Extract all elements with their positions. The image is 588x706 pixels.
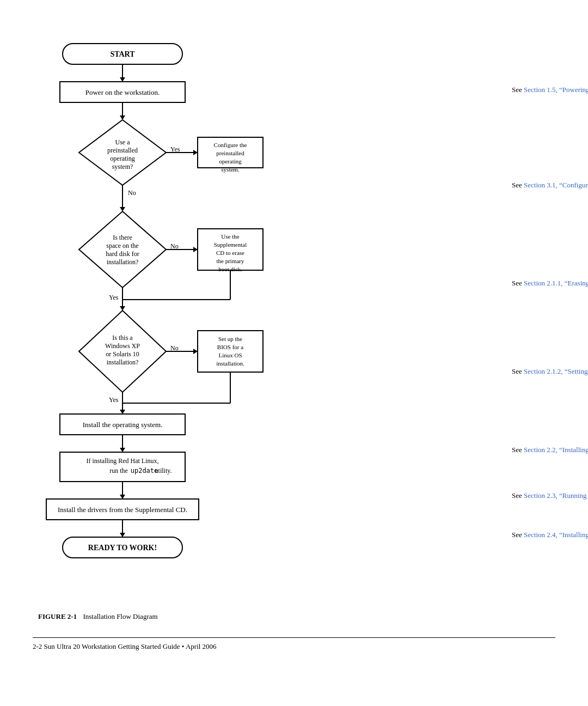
svg-text:BIOS for a: BIOS for a [217,344,243,350]
svg-text:Use the: Use the [221,233,239,240]
note-7: See Section 2.4, “Installing Drivers and… [512,530,588,540]
svg-text:Power on the workstation.: Power on the workstation. [85,88,160,96]
note7-prefix: See [512,531,524,539]
svg-text:run the: run the [109,467,128,474]
svg-text:operating: operating [219,158,242,165]
note6-link[interactable]: Section 2.3, “Running the up2date Utilit… [524,491,588,500]
svg-text:Windows XP: Windows XP [105,342,140,350]
page: START Power on the workstation. Use a pr… [0,0,588,673]
flowchart-svg: START Power on the workstation. Use a pr… [33,33,267,605]
svg-text:hard disk for: hard disk for [106,250,139,258]
svg-text:START: START [110,50,135,58]
note4-prefix: See [512,367,524,375]
svg-marker-31 [193,247,198,252]
svg-text:Yes: Yes [109,396,119,404]
note1-prefix: See [512,86,524,94]
svg-text:Linux OS: Linux OS [218,352,242,358]
svg-text:preinstalled: preinstalled [107,147,138,154]
svg-text:Supplemental: Supplemental [214,241,247,248]
note4-link[interactable]: Section 2.1.2, “Setting up the BIOS for … [524,367,588,375]
svg-text:Install the operating system.: Install the operating system. [83,421,163,429]
note5-prefix: See [512,446,524,454]
note2-link[interactable]: Section 3.1, “Configuring Solaris 10 Ope… [524,181,588,189]
note6-prefix: See [512,491,524,500]
note3-link[interactable]: Section 2.1.1, “Erasing the Primary Boot… [524,279,588,287]
note5-link[interactable]: Section 2.2, “Installing the Operating S… [524,446,588,454]
footer-text: 2-2 Sun Ultra 20 Workstation Getting Sta… [33,642,217,650]
svg-text:READY TO WORK!: READY TO WORK! [88,544,157,552]
svg-text:installation?: installation? [107,358,139,366]
footer: 2-2 Sun Ultra 20 Workstation Getting Sta… [33,637,555,651]
note2-prefix: See [512,181,524,189]
svg-text:space on the: space on the [106,242,138,249]
svg-text:CD to erase: CD to erase [216,249,244,256]
svg-text:No: No [170,344,179,352]
figure-caption: FIGURE 2-1 Installation Flow Diagram [38,612,555,621]
svg-text:If installing Red Hat Linux,: If installing Red Hat Linux, [87,457,159,465]
svg-marker-15 [193,150,198,155]
note-2: See Section 3.1, “Configuring Solaris 10… [512,180,588,191]
svg-marker-73 [120,495,125,499]
svg-text:preinstalled: preinstalled [216,150,244,156]
svg-text:Install the drivers from the S: Install the drivers from the Supplementa… [58,506,187,514]
svg-marker-66 [120,448,125,452]
svg-text:system?: system? [112,163,133,171]
note-4: See Section 2.1.2, “Setting up the BIOS … [512,366,588,377]
svg-marker-51 [193,349,198,354]
notes-column: See Section 1.5, “Powering On the Workst… [267,33,555,607]
svg-marker-60 [120,410,125,414]
svg-text:installation.: installation. [216,360,244,367]
svg-text:system.: system. [221,166,240,173]
note7-link[interactable]: Section 2.4, “Installing Drivers and Mou… [524,531,588,539]
note1-link[interactable]: Section 1.5, “Powering On the Workstatio… [524,86,588,94]
svg-text:the primary: the primary [216,258,244,264]
note-1: See Section 1.5, “Powering On the Workst… [512,84,588,95]
svg-marker-3 [120,77,125,82]
svg-text:or Solaris 10: or Solaris 10 [106,350,139,358]
svg-marker-24 [79,211,166,288]
svg-text:installation?: installation? [107,258,139,266]
diagram-column: START Power on the workstation. Use a pr… [33,33,267,607]
svg-text:up2date: up2date [131,467,158,474]
svg-text:No: No [128,189,136,197]
note-5: See Section 2.2, “Installing the Operati… [512,445,588,455]
figure-caption-text: Installation Flow Diagram [83,612,157,620]
svg-text:Is there: Is there [113,234,132,241]
svg-text:Use a: Use a [115,138,131,146]
svg-text:Yes: Yes [109,294,119,301]
main-layout: START Power on the workstation. Use a pr… [33,33,555,607]
svg-text:Configure the: Configure the [214,142,247,148]
svg-text:Set up the: Set up the [218,336,242,342]
svg-text:utility.: utility. [155,467,172,474]
svg-marker-77 [120,533,125,537]
svg-text:operating: operating [110,155,134,162]
svg-text:Yes: Yes [170,145,180,153]
note3-prefix: See [512,279,524,287]
svg-text:Is this a: Is this a [112,334,133,342]
note-6: See Section 2.3, “Running the up2date Ut… [512,490,588,501]
svg-text:No: No [170,242,179,250]
figure-label: FIGURE 2-1 [38,612,77,620]
note-3: See Section 2.1.1, “Erasing the Primary … [512,278,588,289]
